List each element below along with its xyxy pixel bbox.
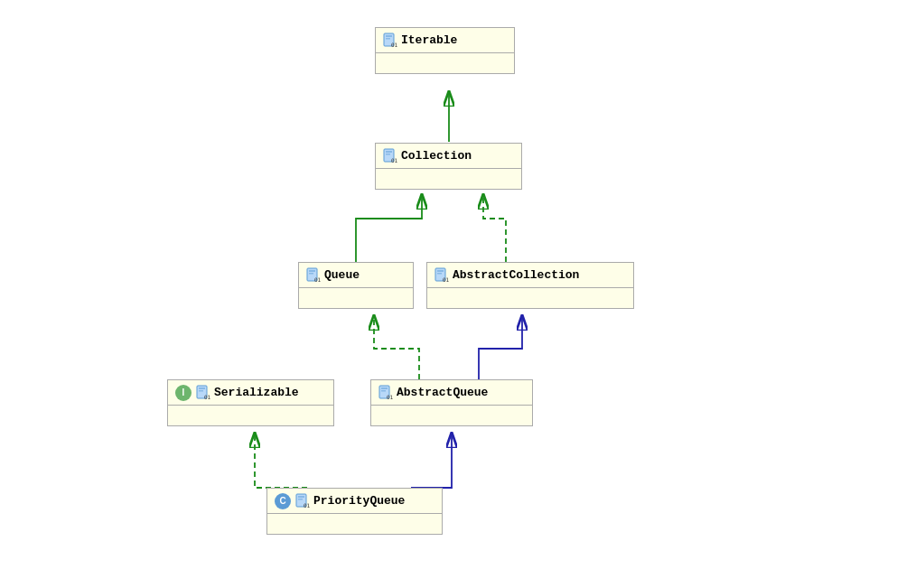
conn-queue-collection — [356, 195, 422, 262]
interface-icon: I — [175, 385, 192, 401]
class-serializable-body — [168, 406, 333, 425]
class-abstractcollection[interactable]: 01 AbstractCollection — [426, 262, 634, 309]
svg-rect-12 — [309, 273, 313, 275]
class-icon: C — [275, 493, 291, 509]
svg-text:01: 01 — [391, 157, 397, 163]
file-icon: 01 — [383, 33, 397, 49]
conn-abstractcollection-collection — [483, 195, 506, 262]
class-queue-name: Queue — [324, 268, 360, 282]
file-icon: 01 — [378, 385, 393, 401]
class-abstractqueue-name: AbstractQueue — [397, 386, 488, 399]
conn-priorityqueue-serializable — [255, 434, 307, 488]
class-serializable-header: I 01 Serializable — [168, 380, 333, 406]
conn-abstractqueue-abstractcollection — [479, 316, 522, 379]
svg-rect-11 — [309, 270, 315, 272]
file-icon: 01 — [383, 148, 397, 164]
class-queue[interactable]: 01 Queue — [298, 262, 414, 309]
svg-rect-15 — [437, 270, 444, 272]
class-iterable-body — [376, 53, 514, 73]
class-collection-name: Collection — [401, 149, 472, 163]
diagram-container: 01 Iterable 01 Collection — [0, 0, 897, 588]
class-priorityqueue[interactable]: C 01 PriorityQueue — [266, 488, 443, 535]
file-icon: 01 — [295, 493, 310, 509]
svg-rect-16 — [437, 273, 442, 275]
svg-text:01: 01 — [443, 276, 449, 283]
class-abstractqueue[interactable]: 01 AbstractQueue — [370, 379, 533, 426]
svg-rect-3 — [386, 35, 392, 37]
class-abstractcollection-header: 01 AbstractCollection — [427, 263, 633, 288]
class-queue-header: 01 Queue — [299, 263, 413, 288]
class-iterable-header: 01 Iterable — [376, 28, 514, 53]
svg-rect-23 — [381, 387, 388, 389]
conn-priorityqueue-abstractqueue — [411, 434, 452, 488]
svg-rect-19 — [199, 387, 205, 389]
svg-rect-7 — [386, 151, 392, 153]
class-collection[interactable]: 01 Collection — [375, 143, 522, 190]
class-collection-body — [376, 169, 521, 189]
svg-rect-27 — [298, 496, 304, 498]
class-priorityqueue-name: PriorityQueue — [313, 494, 405, 508]
svg-rect-20 — [199, 390, 203, 392]
svg-text:01: 01 — [304, 502, 310, 509]
class-priorityqueue-body — [267, 514, 442, 534]
class-abstractcollection-name: AbstractCollection — [453, 268, 579, 282]
file-icon: 01 — [196, 385, 210, 401]
svg-text:01: 01 — [204, 394, 210, 400]
class-collection-header: 01 Collection — [376, 144, 521, 169]
svg-text:01: 01 — [387, 394, 393, 400]
file-icon: 01 — [434, 267, 449, 284]
class-iterable-name: Iterable — [401, 33, 457, 47]
svg-text:01: 01 — [391, 42, 397, 48]
conn-abstractqueue-queue — [374, 316, 419, 379]
svg-rect-24 — [381, 390, 386, 392]
class-abstractqueue-body — [371, 406, 532, 425]
svg-text:01: 01 — [314, 276, 321, 283]
svg-rect-8 — [386, 154, 390, 155]
svg-rect-28 — [298, 499, 303, 500]
class-iterable[interactable]: 01 Iterable — [375, 27, 515, 74]
class-priorityqueue-header: C 01 PriorityQueue — [267, 489, 442, 514]
class-queue-body — [299, 288, 413, 308]
class-serializable[interactable]: I 01 Serializable — [167, 379, 334, 426]
class-serializable-name: Serializable — [214, 386, 299, 399]
file-icon: 01 — [306, 267, 321, 284]
class-abstractcollection-body — [427, 288, 633, 308]
class-abstractqueue-header: 01 AbstractQueue — [371, 380, 532, 406]
svg-rect-4 — [386, 38, 390, 40]
